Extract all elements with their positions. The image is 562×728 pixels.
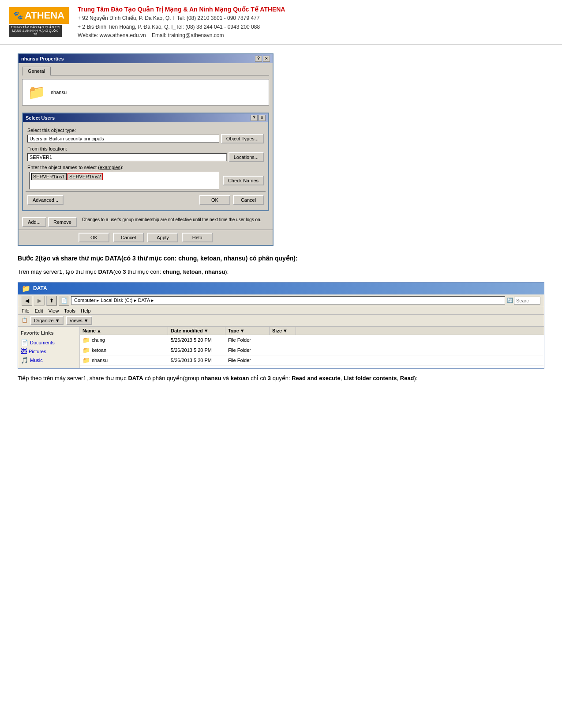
col-date-header[interactable]: Date modified ▼ <box>168 327 225 335</box>
locations-button[interactable]: Locations... <box>229 152 264 162</box>
table-row[interactable]: 📁 ketoan 5/26/2013 5:20 PM File Folder <box>80 345 544 355</box>
address1: + 92 Nguyễn Đình Chiểu, P. Đa Kao, Q. I_… <box>78 14 285 23</box>
menu-bar: File Edit View Tools Help <box>18 307 544 315</box>
select-users-dialog: Select Users ? × Select this object type… <box>22 113 269 211</box>
refresh-button[interactable]: 📄 <box>59 296 69 306</box>
select-users-titlebar: Select Users ? × <box>23 113 268 122</box>
menu-view[interactable]: View <box>49 308 59 313</box>
search-area: 🔄 <box>507 297 540 305</box>
file-date-chung: 5/26/2013 5:20 PM <box>168 336 225 344</box>
object-types-button[interactable]: Object Types... <box>221 134 264 143</box>
col-size-header[interactable]: Size ▼ <box>270 327 296 335</box>
refresh-icon: 🔄 <box>507 298 513 303</box>
help-button[interactable]: ? <box>255 56 262 62</box>
file-type-nhansu: File Folder <box>225 356 270 364</box>
add-remove-buttons: Add... Remove <box>22 217 77 227</box>
file-type-chung: File Folder <box>225 336 270 344</box>
search-input[interactable] <box>514 297 540 305</box>
menu-file[interactable]: File <box>22 308 30 313</box>
name-token-ns2: SERVER1\ns2 <box>67 173 103 180</box>
section3-para: Tiếp theo trên máy server1, share thư mụ… <box>18 374 544 383</box>
names-row: SERVER1\ns1 SERVER1\ns2 Check Names <box>27 171 264 190</box>
logo-container: 🐾 ATHENA TRUNG TÂM ĐÀO TẠO QUẢN TRỊ MẠNG… <box>9 7 69 37</box>
file-name-nhansu: 📁 nhansu <box>80 355 168 365</box>
object-type-row: Users or Built-in security principals Ob… <box>27 134 264 143</box>
section2-heading: Bước 2(tạo và share thư mục DATA(có 3 th… <box>18 254 544 263</box>
help-bottom-button[interactable]: Help <box>182 233 213 242</box>
table-row[interactable]: 📁 nhansu 5/26/2013 5:20 PM File Folder <box>80 355 544 366</box>
advanced-button[interactable]: Advanced... <box>27 195 64 205</box>
object-type-value: Users or Built-in security principals <box>27 135 219 143</box>
back-button[interactable]: ◀ <box>22 296 32 306</box>
sidebar-documents[interactable]: 📄 Documents <box>21 338 77 347</box>
up-button[interactable]: ⬆ <box>46 296 57 306</box>
menu-edit[interactable]: Edit <box>35 308 43 313</box>
titlebar-buttons: ? × <box>255 56 270 62</box>
location-row: SERVER1 Locations... <box>27 152 264 162</box>
organize-icon: 📋 <box>22 317 28 323</box>
sidebar-pictures[interactable]: 🖼 Pictures <box>21 347 77 356</box>
contact-line: Website: www.athena.edu.vn Email: traini… <box>78 31 285 40</box>
music-icon: 🎵 <box>21 357 28 364</box>
paw-icon: 🐾 <box>13 11 23 20</box>
address-bar: ◀ ▶ ⬆ 📄 Computer ▸ Local Disk (C:) ▸ DAT… <box>18 294 544 307</box>
su-help-button[interactable]: ? <box>251 115 258 121</box>
membership-info: Changes to a user's group membership are… <box>82 217 269 222</box>
logo-box: 🐾 ATHENA <box>9 7 69 24</box>
object-names-area[interactable]: SERVER1\ns1 SERVER1\ns2 <box>29 172 219 189</box>
file-list: Name ▲ Date modified ▼ Type ▼ Size ▼ <box>80 327 544 368</box>
su-ok-button[interactable]: OK <box>199 195 230 205</box>
add-button[interactable]: Add... <box>22 217 46 227</box>
main-cancel-button[interactable]: Cancel <box>113 233 144 242</box>
main-ok-cancel-row: OK Cancel Apply Help <box>19 230 273 245</box>
website: Website: www.athena.edu.vn <box>78 32 146 38</box>
sidebar-panel: Favorite Links 📄 Documents 🖼 Pictures 🎵 … <box>18 327 80 368</box>
nhansu-title: nhansu Properties <box>21 56 64 61</box>
toolbar-row: 📋 Organize ▼ Views ▼ <box>18 315 544 327</box>
tab-general[interactable]: General <box>22 67 51 75</box>
file-size-chung <box>270 339 296 341</box>
logo-subtitle: TRUNG TÂM ĐÀO TẠO QUẢN TRỊ MẠNG & AN NIN… <box>9 25 62 37</box>
su-cancel-button[interactable]: Cancel <box>233 195 264 205</box>
select-users-body: Select this object type: Users or Built-… <box>23 122 268 210</box>
address2: + 2 Bis Đinh Tiên Hoàng, P. Đa Kao, Q. I… <box>78 23 285 31</box>
explorer-body: Favorite Links 📄 Documents 🖼 Pictures 🎵 … <box>18 327 544 368</box>
address-input[interactable]: Computer ▸ Local Disk (C:) ▸ DATA ▸ <box>71 296 505 305</box>
file-date-ketoan: 5/26/2013 5:20 PM <box>168 346 225 354</box>
header-info: Trung Tâm Đào Tạo Quản Trị Mạng & An Nin… <box>78 4 285 40</box>
names-label: Enter the object names to select (exampl… <box>27 165 264 170</box>
object-type-label: Select this object type: <box>27 128 264 133</box>
location-label: From this location: <box>27 146 264 151</box>
table-row[interactable]: 📁 chung 5/26/2013 5:20 PM File Folder <box>80 335 544 345</box>
close-button[interactable]: × <box>263 56 270 62</box>
explorer-window: 📁 DATA ◀ ▶ ⬆ 📄 Computer ▸ Local Disk (C:… <box>18 282 544 369</box>
menu-help[interactable]: Help <box>81 308 91 313</box>
check-names-button[interactable]: Check Names <box>223 176 264 185</box>
su-close-button[interactable]: × <box>259 115 266 121</box>
file-date-nhansu: 5/26/2013 5:20 PM <box>168 356 225 364</box>
apply-button[interactable]: Apply <box>147 233 178 242</box>
col-type-header[interactable]: Type ▼ <box>225 327 270 335</box>
organize-button[interactable]: Organize ▼ <box>30 316 64 325</box>
explorer-title: DATA <box>33 285 47 291</box>
music-label: Music <box>30 358 43 363</box>
forward-button[interactable]: ▶ <box>34 296 45 306</box>
menu-tools[interactable]: Tools <box>64 308 75 313</box>
nhansu-folder-name: nhansu <box>51 90 67 95</box>
views-button[interactable]: Views ▼ <box>66 316 92 325</box>
location-value: SERVER1 <box>27 153 227 161</box>
select-users-title: Select Users <box>26 115 55 121</box>
sidebar-title: Favorite Links <box>21 330 77 336</box>
file-name-ketoan: 📁 ketoan <box>80 345 168 355</box>
sidebar-music[interactable]: 🎵 Music <box>21 356 77 365</box>
section2-para: Trên máy server1, tạo thư mục DATA(có 3 … <box>18 268 544 277</box>
col-name-header[interactable]: Name ▲ <box>80 327 168 335</box>
main-ok-button[interactable]: OK <box>79 233 109 242</box>
nhansu-folder-info: 📁 nhansu <box>22 79 269 106</box>
file-list-header: Name ▲ Date modified ▼ Type ▼ Size ▼ <box>80 327 544 335</box>
nhansu-properties-dialog: nhansu Properties ? × General 📁 nhansu S… <box>18 53 274 246</box>
logo-text: ATHENA <box>25 10 64 21</box>
pictures-icon: 🖼 <box>21 348 27 355</box>
explorer-folder-icon: 📁 <box>22 284 30 293</box>
remove-button[interactable]: Remove <box>48 217 77 227</box>
